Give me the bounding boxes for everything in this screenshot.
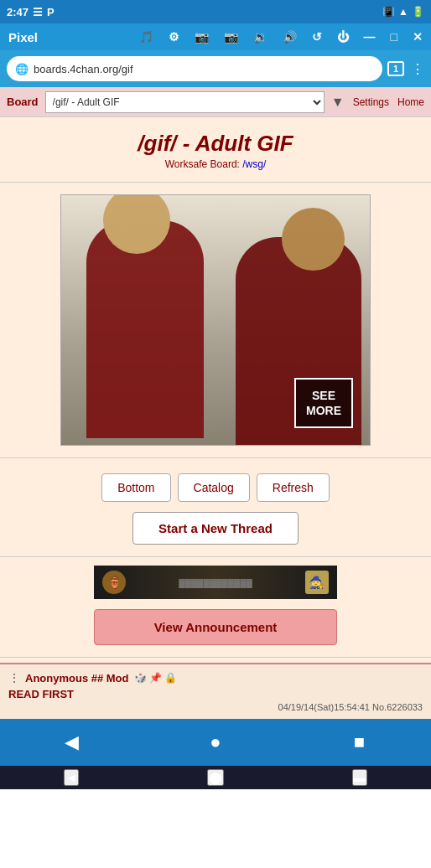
- ad-banner-image: 🏺 ▓▓▓▓▓▓▓▓▓▓▓▓ 🧙: [94, 566, 337, 599]
- wifi-icon: ▲: [398, 6, 408, 18]
- refresh-button[interactable]: Refresh: [257, 473, 330, 502]
- bottom-button[interactable]: Bottom: [101, 473, 170, 502]
- person-left: [86, 220, 204, 438]
- new-thread-wrapper: Start a New Thread: [0, 509, 431, 551]
- toolbar-photo-icon[interactable]: 📷: [224, 30, 238, 44]
- see-more-badge: SEE MORE: [294, 378, 353, 428]
- board-select[interactable]: /gif/ - Adult GIF: [45, 91, 325, 113]
- page-content: /gif/ - Adult GIF Worksafe Board: /wsg/ …: [0, 117, 431, 719]
- globe-icon: 🌐: [15, 63, 29, 75]
- action-buttons: Bottom Catalog Refresh: [0, 463, 431, 509]
- status-left: 2:47 ☰ P: [7, 6, 55, 18]
- post-subject: READ FIRST: [8, 688, 423, 700]
- post-anonymous: Anonymous ## Mod: [25, 672, 129, 685]
- post-divider: [0, 657, 431, 658]
- board-label: Board: [7, 96, 39, 108]
- post-icon-pin: 📌: [149, 672, 162, 684]
- browser-recent-button[interactable]: ■: [288, 719, 431, 766]
- catalog-button[interactable]: Catalog: [178, 473, 250, 502]
- chrome-menu-icon[interactable]: ⋮: [411, 61, 424, 77]
- settings-link[interactable]: Settings: [353, 96, 389, 108]
- title-bar: Pixel 🎵 ⚙ 📷 📷 🔉 🔊 ↺ ⏻ — □ ✕: [0, 23, 431, 50]
- banner-wrapper: SEE MORE: [0, 188, 431, 452]
- toolbar-gear-icon[interactable]: ⚙: [169, 30, 179, 44]
- post-icon-lock: 🔒: [164, 672, 177, 684]
- vibrate-icon: 📳: [382, 6, 395, 18]
- app-title: Pixel: [8, 30, 38, 44]
- maximize-button[interactable]: □: [391, 30, 397, 44]
- post-icons: 🎲 📌 🔒: [134, 672, 177, 684]
- tab-count[interactable]: 1: [387, 61, 404, 76]
- toolbar-power-icon[interactable]: ⏻: [337, 30, 349, 44]
- post-icon-dice: 🎲: [134, 672, 147, 684]
- time-display: 2:47: [7, 6, 29, 18]
- see-more-line2: MORE: [306, 403, 341, 418]
- sys-recent-button[interactable]: ▬: [352, 769, 367, 786]
- chrome-toolbar: 🌐 boards.4chan.org/gif 1 ⋮: [0, 50, 431, 87]
- ad-banner-wrapper: 🏺 ▓▓▓▓▓▓▓▓▓▓▓▓ 🧙: [0, 562, 431, 606]
- thread-post: ⋮ Anonymous ## Mod 🎲 📌 🔒 READ FIRST 04/1…: [0, 663, 431, 719]
- toolbar-refresh-icon[interactable]: ↺: [312, 30, 322, 44]
- thread-divider: [0, 556, 431, 557]
- title-bar-controls[interactable]: 🎵 ⚙ 📷 📷 🔉 🔊 ↺ ⏻ — □ ✕: [139, 30, 423, 44]
- status-bar: 2:47 ☰ P 📳 ▲ 🔋: [0, 0, 431, 23]
- banner-image: SEE MORE: [60, 194, 371, 446]
- sys-back-button[interactable]: ◄: [64, 769, 79, 786]
- nav-bar: Board /gif/ - Adult GIF ▼ Settings Home: [0, 87, 431, 117]
- post-meta: 04/19/14(Sat)15:54:41 No.6226033: [8, 702, 423, 712]
- post-header: ⋮ Anonymous ## Mod 🎲 📌 🔒: [8, 671, 423, 685]
- status-right: 📳 ▲ 🔋: [382, 6, 424, 18]
- banner-divider: [0, 457, 431, 458]
- google-icon: P: [47, 6, 55, 18]
- browser-home-button[interactable]: ●: [143, 719, 287, 766]
- browser-back-button[interactable]: ◀: [0, 719, 143, 766]
- home-link[interactable]: Home: [397, 96, 424, 108]
- ad-middle: ▓▓▓▓▓▓▓▓▓▓▓▓: [179, 578, 252, 587]
- close-button[interactable]: ✕: [413, 30, 423, 44]
- post-options-icon[interactable]: ⋮: [8, 671, 20, 685]
- browser-bottom-nav: ◀ ● ■: [0, 719, 431, 766]
- nav-links: ▼ Settings Home: [331, 95, 424, 110]
- nav-dropdown-icon[interactable]: ▼: [331, 95, 345, 110]
- ad-left-icon: 🏺: [102, 571, 126, 594]
- address-bar[interactable]: 🌐 boards.4chan.org/gif: [7, 56, 382, 81]
- toolbar-volume-down-icon[interactable]: 🔉: [253, 30, 267, 44]
- new-thread-button[interactable]: Start a New Thread: [132, 512, 299, 545]
- worksafe-link[interactable]: /wsg/: [242, 158, 266, 170]
- toolbar-audio-icon[interactable]: 🎵: [139, 30, 153, 44]
- see-more-line1: SEE: [306, 388, 341, 403]
- header-divider: [0, 182, 431, 183]
- ad-banner: 🏺 ▓▓▓▓▓▓▓▓▓▓▓▓ 🧙: [94, 566, 337, 599]
- minimize-button[interactable]: —: [364, 30, 376, 44]
- board-title: /gif/ - Adult GIF: [8, 131, 423, 157]
- announcement-wrapper: View Announcement: [0, 606, 431, 652]
- toolbar-volume-up-icon[interactable]: 🔊: [283, 30, 297, 44]
- chrome-right-icons: 1 ⋮: [387, 61, 424, 77]
- battery-icon: 🔋: [412, 6, 424, 18]
- board-header: /gif/ - Adult GIF Worksafe Board: /wsg/: [0, 117, 431, 177]
- toolbar-camera-icon[interactable]: 📷: [195, 30, 209, 44]
- url-display: boards.4chan.org/gif: [34, 63, 133, 75]
- announcement-button[interactable]: View Announcement: [94, 609, 337, 645]
- board-subtitle: Worksafe Board: /wsg/: [8, 158, 423, 170]
- system-bar: ◄ ⬤ ▬: [0, 766, 431, 789]
- sys-home-button[interactable]: ⬤: [207, 769, 224, 786]
- ad-right-icon: 🧙: [305, 571, 329, 594]
- notification-icon: ☰: [33, 6, 43, 18]
